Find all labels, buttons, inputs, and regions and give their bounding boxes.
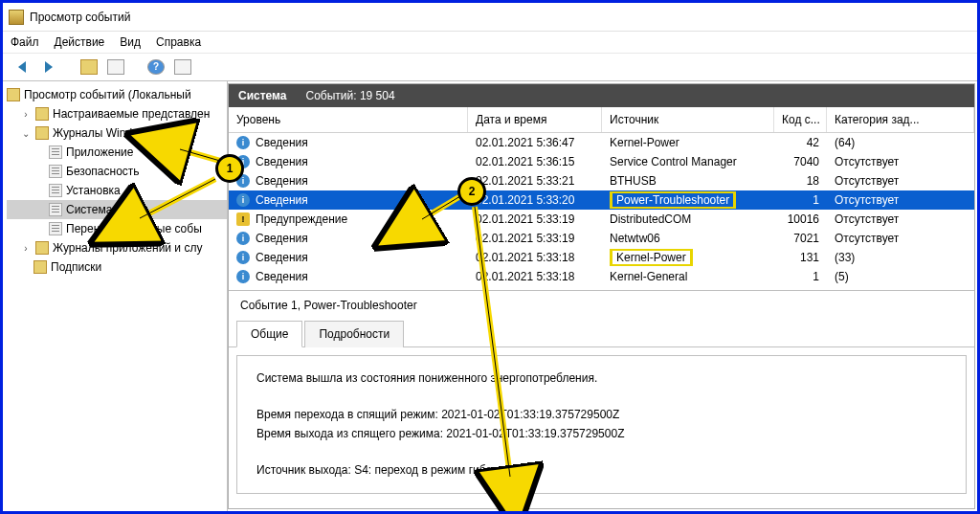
- info-icon: [236, 193, 250, 207]
- info-icon: [236, 270, 250, 283]
- cell-eventid: 1: [774, 270, 827, 283]
- cell-eventid: 42: [774, 136, 827, 149]
- tree-label: Приложение: [66, 145, 133, 159]
- cell-source: Service Control Manager: [602, 155, 774, 168]
- details-body: Система вышла из состояния пониженного э…: [236, 355, 967, 494]
- cell-category: Отсутствует: [827, 174, 974, 188]
- tree-root[interactable]: Просмотр событий (Локальный: [7, 85, 227, 104]
- tree-label: Журналы Windows: [53, 126, 152, 140]
- menu-view[interactable]: Вид: [120, 35, 141, 49]
- properties-icon: [107, 59, 124, 75]
- tree-item-security[interactable]: Безопасность: [7, 162, 227, 181]
- col-source[interactable]: Источник: [602, 107, 774, 132]
- log-icon: [49, 145, 62, 159]
- cell-level: Сведения: [256, 232, 308, 245]
- eventviewer-icon: [7, 88, 20, 101]
- main-panel: Система Событий: 19 504 Уровень Дата и в…: [228, 83, 975, 509]
- tree-windows-logs[interactable]: ⌄ Журналы Windows: [7, 123, 227, 143]
- menubar: Файл Действие Вид Справка: [3, 32, 977, 53]
- cell-category: Отсутствует: [827, 193, 974, 207]
- col-category[interactable]: Категория зад...: [827, 107, 974, 132]
- forward-button[interactable]: [37, 56, 60, 78]
- tab-details[interactable]: Подробности: [304, 321, 404, 347]
- cell-datetime: 02.01.2021 5:33:19: [468, 212, 602, 226]
- cell-level: Сведения: [256, 155, 308, 168]
- event-grid: Уровень Дата и время Источник Код с... К…: [229, 107, 974, 286]
- tree-item-forwarded[interactable]: Перенаправленные собы: [7, 219, 227, 238]
- tree-app-logs[interactable]: › Журналы приложений и слу: [7, 238, 227, 257]
- toolbar-help-button[interactable]: ?: [145, 56, 167, 78]
- tree-label: Просмотр событий (Локальный: [24, 88, 191, 101]
- tree-label: Журналы приложений и слу: [53, 241, 202, 255]
- tree-label: Подписки: [51, 260, 101, 274]
- table-row[interactable]: Сведения02.01.2021 5:33:20Power-Troubles…: [229, 190, 974, 210]
- table-row[interactable]: Сведения02.01.2021 5:33:18Kernel-Power13…: [229, 248, 974, 267]
- menu-help[interactable]: Справка: [156, 35, 201, 49]
- details-title: Событие 1, Power-Troubleshooter: [229, 291, 974, 320]
- panel-title: Система: [238, 89, 287, 102]
- details-tabs: Общие Подробности: [229, 320, 974, 347]
- panel-header: Система Событий: 19 504: [229, 84, 974, 107]
- table-row[interactable]: Сведения02.01.2021 5:33:21BTHUSB18Отсутс…: [229, 171, 974, 190]
- tree-item-setup[interactable]: Установка: [7, 181, 227, 200]
- cell-eventid: 1: [774, 193, 827, 207]
- tree-label: Система: [66, 203, 112, 216]
- toolbar-panel-button[interactable]: [171, 56, 194, 78]
- cell-datetime: 02.01.2021 5:33:18: [468, 270, 602, 283]
- toolbar-folder-button[interactable]: [78, 56, 100, 78]
- cell-eventid: 18: [774, 174, 827, 188]
- cell-source: Kernel-Power: [602, 249, 774, 266]
- cell-datetime: 02.01.2021 5:33:21: [468, 174, 602, 188]
- log-icon: [49, 203, 62, 216]
- tree-item-application[interactable]: Приложение: [7, 143, 227, 162]
- event-count: Событий: 19 504: [306, 89, 395, 102]
- back-button[interactable]: [11, 56, 33, 78]
- content-area: Просмотр событий (Локальный › Настраивае…: [3, 81, 977, 511]
- table-row[interactable]: Предупреждение02.01.2021 5:33:19Distribu…: [229, 210, 974, 229]
- chevron-right-icon[interactable]: ›: [20, 109, 32, 120]
- tab-general[interactable]: Общие: [236, 321, 302, 347]
- tree-subscriptions[interactable]: Подписки: [7, 257, 227, 277]
- chevron-right-icon[interactable]: ›: [20, 243, 32, 254]
- app-icon: [9, 10, 24, 25]
- cell-category: (33): [827, 251, 974, 264]
- details-line: Время перехода в спящий режим: 2021-01-0…: [256, 406, 947, 424]
- cell-source: Netwtw06: [602, 232, 774, 245]
- warning-icon: [236, 212, 250, 226]
- col-eventid[interactable]: Код с...: [774, 107, 827, 132]
- toolbar-properties-button[interactable]: [104, 56, 127, 78]
- table-row[interactable]: Сведения02.01.2021 5:33:19Netwtw067021От…: [229, 229, 974, 248]
- toolbar: ?: [3, 53, 977, 81]
- info-icon: [236, 174, 250, 188]
- col-datetime[interactable]: Дата и время: [468, 107, 602, 132]
- tree-nav: Просмотр событий (Локальный › Настраивае…: [3, 81, 228, 511]
- cell-datetime: 02.01.2021 5:36:15: [468, 155, 602, 168]
- cell-source: Kernel-Power: [602, 136, 774, 149]
- table-row[interactable]: Сведения02.01.2021 5:36:15Service Contro…: [229, 152, 974, 171]
- cell-category: (5): [827, 270, 974, 283]
- titlebar: Просмотр событий: [3, 3, 977, 32]
- folder-icon: [35, 107, 49, 121]
- cell-category: (64): [827, 136, 974, 149]
- cell-level: Предупреждение: [256, 212, 347, 226]
- table-row[interactable]: Сведения02.01.2021 5:33:18Kernel-General…: [229, 267, 974, 286]
- col-level[interactable]: Уровень: [229, 107, 468, 132]
- help-icon: ?: [147, 59, 165, 75]
- tree-custom-views[interactable]: › Настраиваемые представлен: [7, 104, 227, 123]
- cell-datetime: 02.01.2021 5:33:20: [468, 193, 602, 207]
- table-row[interactable]: Сведения02.01.2021 5:36:47Kernel-Power42…: [229, 133, 974, 152]
- tree-label: Перенаправленные собы: [66, 222, 202, 235]
- info-icon: [236, 251, 250, 264]
- chevron-down-icon[interactable]: ⌄: [20, 128, 32, 139]
- log-icon: [49, 222, 62, 235]
- cell-level: Сведения: [256, 174, 308, 188]
- menu-file[interactable]: Файл: [11, 35, 39, 49]
- log-icon: [49, 184, 62, 197]
- cell-eventid: 7021: [774, 232, 827, 245]
- tree-item-system[interactable]: Система: [7, 200, 227, 219]
- menu-action[interactable]: Действие: [55, 35, 105, 49]
- details-line: Система вышла из состояния пониженного э…: [256, 369, 947, 388]
- grid-header: Уровень Дата и время Источник Код с... К…: [229, 107, 974, 133]
- cell-source: Power-Troubleshooter: [602, 191, 774, 209]
- details-line: Источник выхода: S4: переход в режим гиб…: [256, 461, 947, 480]
